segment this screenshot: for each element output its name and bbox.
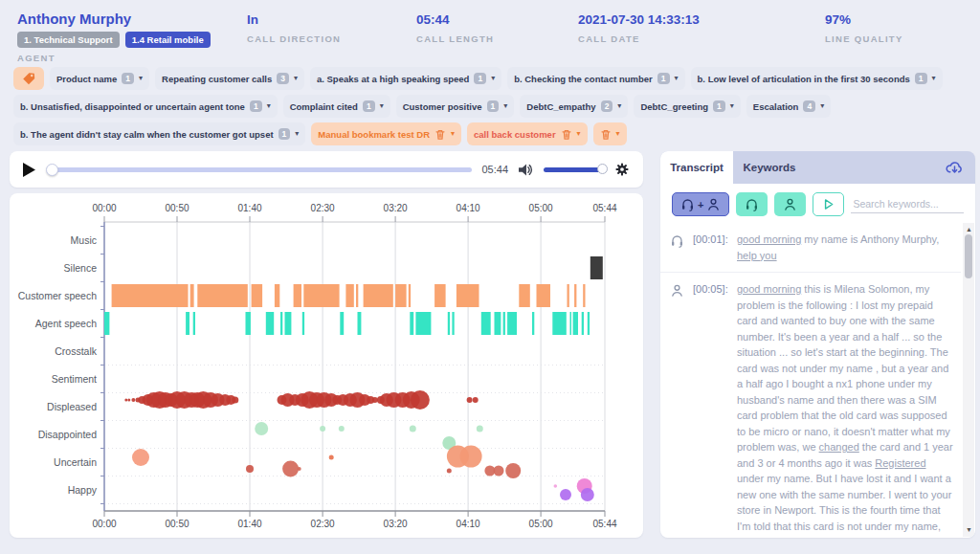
tab-keywords[interactable]: Keywords — [733, 151, 806, 184]
trash-icon[interactable] — [434, 128, 446, 141]
keyword-highlight[interactable]: good morning — [737, 233, 801, 245]
tag-chip[interactable]: Repeating customer calls3▾ — [155, 67, 304, 90]
filter-agent-button[interactable] — [736, 192, 768, 216]
scroll-down-icon[interactable]: ▼ — [966, 526, 972, 533]
call-timeline-chart[interactable]: 00:0000:0000:5000:5001:4001:4002:3002:30… — [13, 195, 639, 532]
tag-chip[interactable]: b. Checking the contact number1▾ — [507, 67, 684, 90]
chevron-down-icon[interactable]: ▾ — [294, 75, 298, 82]
transcript-scrollbar[interactable]: ▲ ▼ — [963, 223, 974, 537]
keyword-highlight[interactable]: Registered — [875, 457, 925, 469]
chevron-down-icon[interactable]: ▾ — [139, 75, 143, 82]
tab-transcript[interactable]: Transcript — [660, 151, 733, 184]
stat-value: 05:44 — [416, 12, 494, 27]
chip-label: b. The agent didn't stay calm when the c… — [20, 129, 274, 140]
tag-chip[interactable]: Manual bookmark test DR▾ — [311, 122, 461, 145]
gear-icon[interactable] — [614, 162, 630, 177]
chip-label: Escalation — [753, 101, 799, 112]
chevron-down-icon[interactable]: ▾ — [577, 130, 581, 138]
chevron-down-icon[interactable]: ▾ — [267, 102, 271, 110]
keyword-highlight[interactable]: good morning — [737, 283, 801, 295]
chevron-down-icon[interactable]: ▾ — [616, 130, 620, 138]
stat-label: CALL DATE — [578, 33, 700, 44]
svg-text:00:00: 00:00 — [92, 519, 116, 529]
chip-count-badge: 1 — [915, 73, 927, 84]
tags-toolbar: Product name1▾Repeating customer calls3▾… — [0, 57, 980, 145]
tags-toggle-button[interactable] — [13, 67, 44, 90]
agent-tag-badge[interactable]: 1.4 Retail mobile — [125, 32, 211, 48]
filter-both-speakers-button[interactable]: + — [672, 192, 729, 216]
chevron-down-icon[interactable]: ▾ — [451, 130, 455, 138]
entry-timestamp[interactable]: [00:01]: — [693, 232, 737, 263]
chip-label: call back customer — [474, 129, 556, 140]
tag-chip[interactable]: ▾ — [593, 122, 627, 145]
chevron-down-icon[interactable]: ▾ — [503, 102, 507, 110]
tag-chip[interactable]: Complaint cited1▾ — [283, 95, 390, 118]
chevron-down-icon[interactable]: ▾ — [295, 130, 299, 138]
tag-chip[interactable]: b. Unsatisfied, disappointed or uncertai… — [13, 95, 278, 118]
person-icon — [670, 283, 684, 298]
tag-chip[interactable]: Customer positive1▾ — [396, 95, 515, 118]
chevron-down-icon[interactable]: ▾ — [730, 102, 734, 110]
agent-tag-badge[interactable]: 1. Technical Support — [17, 32, 120, 48]
chevron-down-icon[interactable]: ▾ — [491, 75, 495, 82]
entry-text: good morning this is Milena Solomon, my … — [737, 281, 959, 538]
transcript-entry[interactable]: [00:05]:good morning this is Milena Solo… — [660, 273, 961, 538]
chevron-down-icon[interactable]: ▾ — [932, 75, 936, 82]
cloud-download-icon[interactable] — [946, 151, 964, 184]
tag-chip[interactable]: b. Low level of articulation in the firs… — [691, 67, 943, 90]
transcript-text: this is Milena Solomon, my problem is th… — [737, 283, 950, 453]
person-icon — [783, 197, 797, 211]
tag-chip[interactable]: call back customer▾ — [467, 122, 588, 145]
scroll-up-icon[interactable]: ▲ — [966, 226, 972, 233]
svg-text:05:44: 05:44 — [592, 519, 616, 529]
playback-thumb[interactable] — [46, 164, 58, 176]
chevron-down-icon[interactable]: ▾ — [675, 75, 679, 82]
tag-chip[interactable]: b. The agent didn't stay calm when the c… — [13, 122, 305, 145]
agent-block: Anthony Murphy 1. Technical Support 1.4 … — [17, 11, 211, 63]
chip-row: b. Unsatisfied, disappointed or uncertai… — [13, 95, 967, 118]
keyword-highlight[interactable]: changed — [819, 441, 859, 453]
agent-name: Anthony Murphy — [17, 11, 211, 27]
plus-sign: + — [698, 199, 703, 211]
transcript-entry[interactable]: [00:01]:good morning my name is Anthony … — [660, 223, 961, 273]
volume-slider[interactable] — [544, 167, 605, 172]
playback-time: 05:44 — [481, 164, 508, 175]
scrollbar-thumb[interactable] — [965, 234, 972, 278]
tag-chip[interactable]: DebtC_greeting1▾ — [634, 95, 740, 118]
tag-chip[interactable]: a. Speaks at a high speaking speed1▾ — [310, 67, 501, 90]
chevron-down-icon[interactable]: ▾ — [380, 102, 384, 110]
keyword-highlight[interactable]: help you — [737, 250, 777, 261]
headset-icon — [745, 197, 759, 211]
stat-label: CALL DIRECTION — [247, 33, 341, 44]
tag-chip[interactable]: Product name1▾ — [50, 67, 149, 90]
transcript-panel: Transcript Keywords + [00:01]:good morni… — [660, 151, 975, 538]
play-transcript-button[interactable] — [813, 192, 844, 216]
search-keywords-input[interactable] — [851, 195, 964, 213]
left-column: 05:44 00:0000:0000:5000:5001:4001:4002:3… — [10, 151, 643, 538]
tag-chip[interactable]: DebtC_empathy2▾ — [520, 95, 628, 118]
svg-text:01:40: 01:40 — [237, 203, 261, 213]
chip-label: a. Speaks at a high speaking speed — [317, 74, 469, 84]
call-stat: 2021-07-30 14:33:13CALL DATE — [578, 12, 700, 44]
trash-icon[interactable] — [600, 128, 612, 141]
svg-text:Music: Music — [71, 234, 97, 246]
volume-icon[interactable] — [518, 163, 534, 177]
volume-thumb[interactable] — [597, 164, 608, 174]
stat-value: 2021-07-30 14:33:13 — [578, 12, 700, 27]
transcript-list: [00:01]:good morning my name is Anthony … — [660, 223, 975, 538]
chip-row: Product name1▾Repeating customer calls3▾… — [13, 67, 967, 90]
filter-customer-button[interactable] — [774, 192, 806, 216]
playback-progress-slider[interactable] — [48, 167, 472, 172]
chevron-down-icon[interactable]: ▾ — [617, 102, 621, 110]
trash-icon[interactable] — [561, 128, 572, 141]
tag-chip[interactable]: Escalation4▾ — [746, 95, 831, 118]
entry-timestamp[interactable]: [00:05]: — [693, 281, 737, 538]
play-outline-icon — [821, 197, 835, 211]
chevron-down-icon[interactable]: ▾ — [820, 102, 824, 110]
headset-icon — [670, 233, 684, 248]
play-button[interactable] — [23, 162, 38, 177]
svg-text:03:20: 03:20 — [384, 203, 408, 213]
svg-text:00:00: 00:00 — [92, 203, 116, 213]
svg-text:Silence: Silence — [64, 262, 98, 274]
chip-count-badge: 1 — [487, 100, 500, 112]
